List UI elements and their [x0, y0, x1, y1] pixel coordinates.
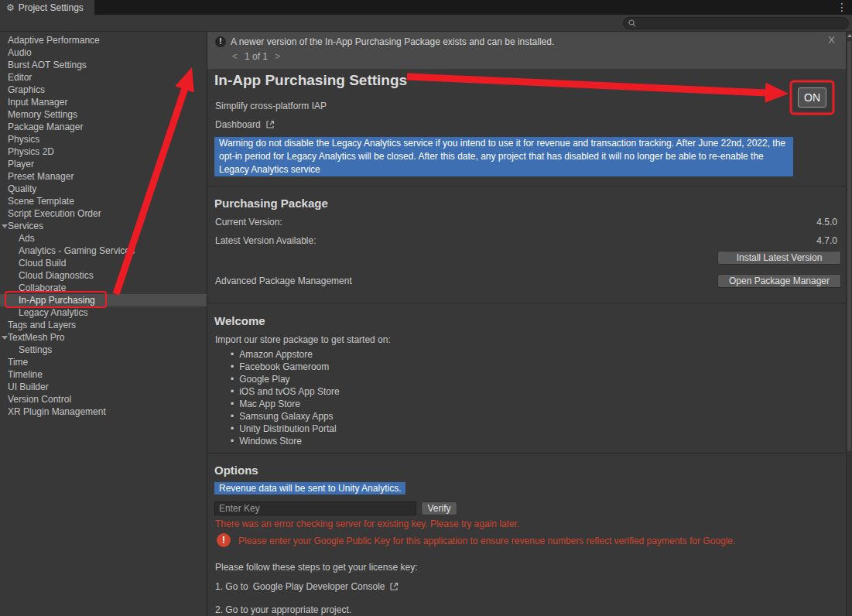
content-panel: ! A newer version of the In-App Purchasi…	[207, 32, 846, 616]
sidebar-item-textmesh-settings[interactable]: Settings	[0, 344, 207, 356]
dashboard-link-label: Dashboard	[215, 118, 261, 131]
divider	[207, 186, 846, 187]
section-title-welcome: Welcome	[214, 314, 265, 327]
legacy-analytics-warning: Warning do not disable the Legacy Analyt…	[214, 137, 793, 176]
page-title: In-App Purchasing Settings	[214, 72, 407, 89]
verify-button[interactable]: Verify	[421, 501, 457, 515]
foldout-arrow-icon[interactable]	[2, 336, 8, 340]
page-indicator: 1 of 1	[245, 51, 268, 62]
sidebar-item-label: TextMesh Pro	[8, 332, 64, 343]
google-key-error-text: Please enter your Google Public Key for …	[238, 535, 735, 547]
bullet-icon: •	[231, 385, 234, 398]
tab-project-settings[interactable]: ⚙ Project Settings	[0, 0, 94, 15]
store-name: Samsung Galaxy Apps	[239, 410, 333, 423]
search-icon	[628, 19, 636, 27]
step-1: 1. Go to Google Play Developer Console	[215, 580, 399, 593]
open-package-manager-button[interactable]: Open Package Manager	[717, 274, 841, 288]
sidebar-item-timeline[interactable]: Timeline	[0, 368, 207, 381]
sidebar-item-legacy-analytics[interactable]: Legacy Analytics	[0, 306, 207, 319]
sidebar-item-adaptive-performance[interactable]: Adaptive Performance	[0, 34, 207, 46]
sidebar-item-collaborate[interactable]: Collaborate	[0, 282, 207, 294]
notification-message: A newer version of the In-App Purchasing…	[231, 36, 554, 47]
service-toggle-on-button[interactable]: ON	[798, 87, 826, 108]
bullet-icon: •	[231, 423, 234, 435]
store-name: Windows Store	[239, 435, 302, 447]
notification-banner: ! A newer version of the In-App Purchasi…	[207, 32, 846, 69]
sidebar-item-time[interactable]: Time	[0, 356, 207, 368]
sidebar-item-package-manager[interactable]: Package Manager	[0, 121, 207, 133]
bullet-icon: •	[231, 373, 234, 385]
store-list-item: •Facebook Gameroom	[231, 361, 329, 373]
sidebar-item-graphics[interactable]: Graphics	[0, 84, 207, 96]
sidebar-item-tags-and-layers[interactable]: Tags and Layers	[0, 319, 207, 331]
install-latest-version-button[interactable]: Install Latest Version	[717, 251, 841, 265]
sidebar-item-ads[interactable]: Ads	[0, 232, 207, 245]
bullet-icon: •	[231, 410, 234, 423]
bullet-icon: •	[231, 398, 234, 410]
sidebar-item-physics-2d[interactable]: Physics 2D	[0, 145, 207, 158]
sidebar-item-analytics-gaming-services[interactable]: Analytics - Gaming Services	[0, 245, 207, 257]
scroll-up-icon[interactable]	[847, 34, 852, 37]
sidebar-item-ui-builder[interactable]: UI Builder	[0, 381, 207, 393]
latest-version-value: 4.7.0	[816, 234, 837, 247]
error-icon: !	[217, 533, 231, 547]
sidebar-item-textmesh-pro[interactable]: TextMesh Pro	[0, 331, 207, 344]
sidebar-item-burst-aot-settings[interactable]: Burst AOT Settings	[0, 59, 207, 71]
steps-intro: Please follow these steps to get your li…	[215, 561, 417, 573]
toolbar	[0, 15, 852, 32]
bullet-icon: •	[231, 435, 234, 447]
sidebar-item-editor[interactable]: Editor	[0, 71, 207, 84]
external-link-icon	[265, 120, 275, 129]
sidebar-item-quality[interactable]: Quality	[0, 183, 207, 195]
simplify-iap-label: Simplify cross-platform IAP	[215, 100, 327, 112]
welcome-intro: Import our store package to get started …	[215, 334, 391, 346]
sidebar-item-version-control[interactable]: Version Control	[0, 393, 207, 406]
sidebar-item-input-manager[interactable]: Input Manager	[0, 96, 207, 108]
sidebar-item-scene-template[interactable]: Scene Template	[0, 195, 207, 207]
window-titlebar: ⚙ Project Settings ⋮	[0, 0, 852, 15]
search-input[interactable]	[639, 19, 843, 28]
sidebar-item-player[interactable]: Player	[0, 158, 207, 170]
next-page-arrow[interactable]: >	[275, 51, 280, 62]
store-list-item: •iOS and tvOS App Store	[231, 385, 340, 398]
store-list-item: •Amazon Appstore	[231, 348, 313, 361]
settings-sidebar: Adaptive Performance Audio Burst AOT Set…	[0, 32, 207, 616]
sidebar-item-xr-plugin-management[interactable]: XR Plugin Management	[0, 406, 207, 418]
foldout-arrow-icon[interactable]	[2, 224, 8, 228]
store-name: iOS and tvOS App Store	[239, 385, 339, 398]
notification-pager: < 1 of 1 >	[232, 51, 280, 62]
sidebar-item-services[interactable]: Services	[0, 220, 207, 232]
tab-title: Project Settings	[19, 2, 84, 13]
store-name: Mac App Store	[239, 398, 300, 410]
search-box[interactable]	[623, 17, 849, 29]
sidebar-item-audio[interactable]: Audio	[0, 46, 207, 59]
server-error-text: There was an error checking server for e…	[215, 518, 519, 530]
sidebar-item-cloud-diagnostics[interactable]: Cloud Diagnostics	[0, 269, 207, 282]
dashboard-link[interactable]: Dashboard	[215, 118, 275, 131]
section-title-options: Options	[214, 464, 258, 477]
advanced-package-management-label: Advanced Package Management	[215, 275, 352, 287]
sidebar-item-cloud-build[interactable]: Cloud Build	[0, 257, 207, 269]
key-input[interactable]	[214, 501, 416, 515]
step-2: 2. Go to your appropriate project.	[215, 604, 351, 616]
sidebar-item-physics[interactable]: Physics	[0, 133, 207, 145]
bullet-icon: •	[231, 348, 234, 361]
prev-page-arrow[interactable]: <	[232, 51, 238, 62]
sidebar-item-memory-settings[interactable]: Memory Settings	[0, 108, 207, 121]
info-icon: !	[215, 36, 226, 47]
external-link-icon[interactable]	[389, 582, 399, 591]
close-icon[interactable]: X	[828, 34, 835, 46]
sidebar-item-preset-manager[interactable]: Preset Manager	[0, 170, 207, 183]
current-version-label: Current Version:	[215, 216, 282, 228]
google-play-console-link[interactable]: Google Play Developer Console	[253, 580, 385, 593]
gear-icon: ⚙	[6, 3, 15, 12]
sidebar-item-script-execution-order[interactable]: Script Execution Order	[0, 207, 207, 220]
kebab-menu-icon[interactable]: ⋮	[837, 1, 847, 13]
sidebar-item-in-app-purchasing[interactable]: In-App Purchasing	[0, 294, 207, 306]
step-1-prefix: 1. Go to	[215, 580, 248, 593]
current-version-value: 4.5.0	[816, 216, 837, 228]
scrollbar[interactable]	[846, 32, 852, 616]
scrollbar-thumb[interactable]	[847, 41, 851, 451]
store-list-item: •Windows Store	[231, 435, 302, 447]
store-list-item: •Unity Distribution Portal	[231, 423, 337, 435]
